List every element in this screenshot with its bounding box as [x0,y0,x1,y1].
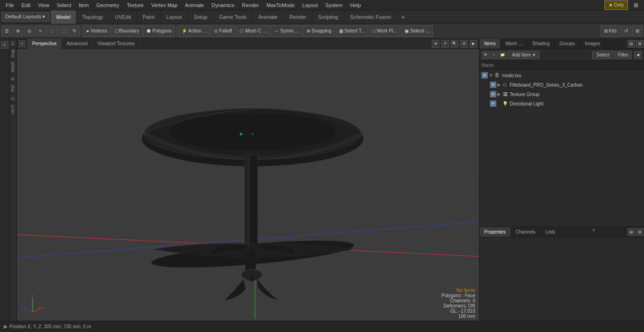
tab-paint[interactable]: Paint [137,10,161,24]
tool-icon-5[interactable]: ⬚ [47,26,57,36]
left-btn-1[interactable]: ≡ [1,41,8,49]
falloff-btn[interactable]: ⊙ Falloff [211,25,235,37]
tool-icon-3[interactable]: ◎ [24,26,34,36]
layout-dropdown[interactable]: Default Layouts ▾ [2,12,49,22]
menu-texture[interactable]: Texture [123,0,148,10]
viewport-tab-advanced[interactable]: Advanced [62,39,92,49]
item-row-3[interactable]: 👁 ▶ 💡 Directional Light [479,99,644,108]
item-vis-3[interactable]: 👁 [490,100,496,107]
item-row-0[interactable]: 👁 ▼ 🗄 modo.lxo [479,71,644,80]
action-btn[interactable]: ⚡ Action ... [178,25,210,37]
rp-settings-btn[interactable]: ⚙ [636,40,644,48]
item-arrow-0[interactable]: ▼ [489,73,493,78]
right-tab-mesh[interactable]: Mesh ... [501,39,528,49]
items-collapse-btn[interactable]: ◀ [634,51,642,59]
right-tab-images[interactable]: Images [580,39,606,49]
mesh-btn[interactable]: ⬡ Mesh C ... [236,25,270,37]
vp-ctrl-5[interactable]: ▶ [470,40,477,48]
select-t-btn[interactable]: ▦ Select T... [336,25,369,37]
snapping-btn[interactable]: ⊕ Snapping [303,25,335,37]
vp-ctrl-1[interactable]: ⊕ [432,40,439,48]
tool-icon-6[interactable]: ⬚ [58,26,68,36]
prop-tab-channels[interactable]: Channels [511,227,541,237]
vp-ctrl-3[interactable]: 🔍 [451,40,458,48]
tab-scripting[interactable]: Scripting [313,10,345,24]
polygons-btn[interactable]: ⬢ Polygons [143,25,175,37]
item-arrow-2[interactable]: ▶ [497,92,501,97]
tool-icon-4[interactable]: ↖ [35,26,46,36]
tab-schematic-fusion[interactable]: Schematic Fusion [344,10,397,24]
menu-animate[interactable]: Animate [181,0,207,10]
side-label-uv[interactable]: UV:F [9,102,17,116]
refresh-icon[interactable]: ↺ [621,26,631,36]
tool-icon-7[interactable]: ↻ [69,26,80,36]
tab-gametools[interactable]: Game Tools [214,10,253,24]
menu-geometry[interactable]: Geometry [92,0,123,10]
side-label-mesh[interactable]: Mesh [9,59,17,74]
item-add-sub[interactable]: + [490,51,498,59]
side-label-pol[interactable]: Pol: [9,82,17,94]
prop-add-btn[interactable]: + [589,227,598,237]
kits-btn[interactable]: ⊞ Kits [601,25,620,37]
add-item-btn[interactable]: Add Item ▾ [508,51,539,59]
prop-expand-btn[interactable]: ⊞ [627,228,635,236]
selecti-btn[interactable]: ▣ Selecti ... [401,25,433,37]
menu-edit[interactable]: Edit [18,0,34,10]
viewport-canvas[interactable]: No Items Polygons : Face Channels: 0 Def… [17,49,479,321]
tab-model[interactable]: Model [51,10,77,24]
vertices-btn[interactable]: ● Vertices [83,25,110,37]
right-tab-groups[interactable]: Groups [555,39,580,49]
side-label-e[interactable]: E: [9,74,17,82]
item-arrow-1[interactable]: ▶ [497,82,501,87]
viewport-collapse-btn[interactable]: ▪ [19,40,25,47]
prop-settings-btn[interactable]: ⚙ [636,228,644,236]
tab-setup[interactable]: Setup [188,10,214,24]
expand-icon[interactable]: ⊞ [632,26,643,36]
items-select-btn[interactable]: Select [592,51,614,59]
tool-icon-1[interactable]: ☰ [1,26,12,36]
menu-dynamics[interactable]: Dynamics [208,0,238,10]
right-tab-shading[interactable]: Shading [528,39,555,49]
item-vis-2[interactable]: 👁 [490,91,496,97]
menu-system[interactable]: System [322,0,347,10]
viewport-tab-perspective[interactable]: Perspective [27,39,62,49]
menu-view[interactable]: View [34,0,53,10]
rp-expand-btn[interactable]: ⊞ [627,40,635,48]
menu-item[interactable]: Item [75,0,92,10]
vp-ctrl-2[interactable]: ↺ [441,40,449,48]
status-arrow[interactable]: ▶ [4,324,8,330]
tab-animate[interactable]: Animate [253,10,283,24]
work-pl-btn[interactable]: □ Work Pl... [369,25,400,37]
maximize-btn[interactable]: ⊞ [630,2,642,8]
menu-select[interactable]: Select [53,0,75,10]
item-vis-0[interactable]: 👁 [481,72,488,79]
tool-icon-2[interactable]: ⊕ [13,26,23,36]
vp-ctrl-4[interactable]: ⚙ [460,40,468,48]
side-label-d[interactable]: D: [9,39,17,47]
tab-layout[interactable]: Layout [161,10,188,24]
prop-tab-properties[interactable]: Properties [479,227,511,237]
tab-render[interactable]: Render [283,10,312,24]
item-folder[interactable]: 📁 [499,51,506,59]
menu-help[interactable]: Help [347,0,365,10]
item-vis-1[interactable]: 👁 [490,81,496,88]
tab-uvedit[interactable]: UVEdit [109,10,137,24]
menu-render[interactable]: Render [238,0,263,10]
item-row-2[interactable]: 👁 ▶ 🖼 Texture Group [479,89,644,99]
prop-tab-lists[interactable]: Lists [541,227,561,237]
menu-layout[interactable]: Layout [298,0,322,10]
menu-maxtomodo[interactable]: MaxToModo [263,0,298,10]
side-label-c[interactable]: C: [9,94,17,102]
symm-btn[interactable]: ↔ Symm ... [271,25,302,37]
right-tab-items[interactable]: Items [479,39,501,49]
star-only-btn[interactable]: ★ Only [604,0,628,10]
menu-vertex-map[interactable]: Vertex Map [148,0,182,10]
add-layout-btn[interactable]: + [397,13,409,21]
item-vis-toggle[interactable]: 👁 [482,51,489,59]
boundary-btn[interactable]: ⬡ Boundary [111,25,142,37]
item-row-1[interactable]: 👁 ▶ ⬡ Fliteboard_PRO_Series_3_Carbon [479,80,644,89]
items-filter-btn[interactable]: Filter [615,51,632,59]
menu-file[interactable]: File [2,0,18,10]
tab-topology[interactable]: Topology [76,10,109,24]
viewport-tab-textures[interactable]: Viewport Textures [93,39,140,49]
